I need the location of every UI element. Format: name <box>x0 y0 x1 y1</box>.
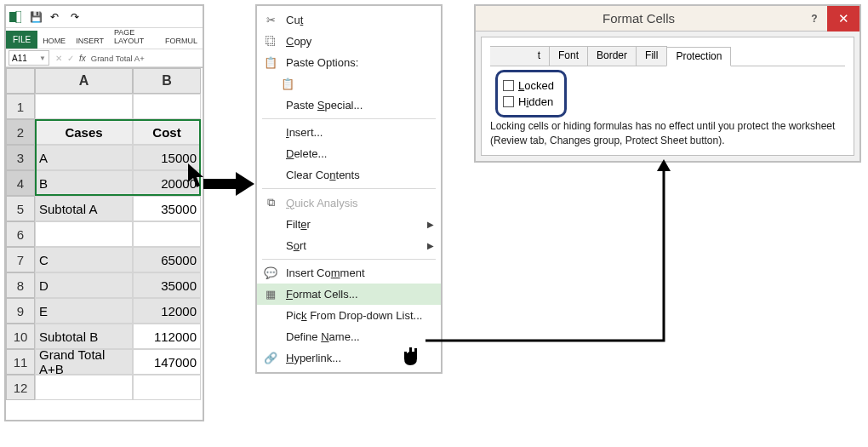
menu-item[interactable]: Delete... <box>257 143 441 164</box>
menu-item[interactable]: 📋 <box>257 73 441 95</box>
checkbox-hidden-label: Hidden <box>518 95 553 108</box>
row-header[interactable]: 8 <box>6 272 35 298</box>
menu-item-label: Filter <box>286 218 434 231</box>
row-header[interactable]: 9 <box>6 298 35 324</box>
cell[interactable]: 147000 <box>133 349 201 375</box>
tab-insert[interactable]: INSERT <box>71 33 109 49</box>
menu-item[interactable]: Paste Special... <box>257 95 441 116</box>
tab-protection[interactable]: Protection <box>666 47 731 66</box>
menu-item-label: Sort <box>286 239 434 252</box>
checkbox-hidden[interactable] <box>503 96 514 107</box>
menu-item: ⧉Quick Analysis <box>257 192 441 214</box>
cell[interactable]: Grand Total A+B <box>35 349 133 375</box>
menu-item[interactable]: Insert... <box>257 122 441 143</box>
menu-item-label: Cut <box>286 14 434 26</box>
cell[interactable]: Cases <box>35 119 133 145</box>
row-header[interactable]: 11 <box>6 349 35 375</box>
tab-border[interactable]: Border <box>587 46 637 66</box>
format-cells-dialog: Format Cells ? ✕ t Font Border Fill Prot… <box>474 4 861 163</box>
menu-item-label: Delete... <box>286 147 434 160</box>
menu-item[interactable]: ▦Format Cells... <box>257 284 441 305</box>
row-header[interactable]: 3 <box>6 145 35 170</box>
row-header[interactable]: 7 <box>6 247 35 272</box>
menu-item-label: Format Cells... <box>286 288 434 301</box>
save-icon[interactable]: 💾 <box>30 11 42 23</box>
excel-icon <box>9 11 21 23</box>
row-header[interactable]: 5 <box>6 196 35 221</box>
tab-home[interactable]: HOME <box>37 33 71 49</box>
cell[interactable]: D <box>35 272 133 298</box>
menu-item-label: Paste Options: <box>286 56 434 69</box>
tab-file[interactable]: FILE <box>6 31 37 49</box>
undo-icon[interactable]: ↶ <box>50 11 62 23</box>
checkbox-locked-label: Locked <box>518 79 554 92</box>
menu-item[interactable]: Clear Contents <box>257 164 441 186</box>
menu-separator <box>262 118 436 119</box>
cell[interactable]: C <box>35 247 133 272</box>
checkbox-hidden-row[interactable]: Hidden <box>503 94 554 110</box>
menu-item[interactable]: Sort▶ <box>257 235 441 256</box>
ribbon-tabs: FILE HOME INSERT PAGE LAYOUT FORMUL <box>6 28 203 49</box>
formula-input[interactable]: Grand Total A+ <box>89 54 145 63</box>
menu-item-label: Quick Analysis <box>286 197 434 209</box>
cell[interactable] <box>133 375 201 400</box>
svg-rect-1 <box>16 11 21 23</box>
cell[interactable]: 12000 <box>133 298 201 324</box>
dialog-titlebar: Format Cells ? ✕ <box>476 6 859 32</box>
menu-item-label: Copy <box>286 35 434 48</box>
tab-formulas[interactable]: FORMUL <box>160 33 203 49</box>
click-cursor-icon <box>398 340 424 376</box>
menu-item[interactable]: 📋Paste Options: <box>257 52 441 73</box>
cancel-icon[interactable]: ✕ <box>55 54 62 63</box>
tab-fill[interactable]: Fill <box>636 46 667 66</box>
close-button[interactable]: ✕ <box>827 6 859 32</box>
spreadsheet-grid[interactable]: A B 12CasesCost3A150004B200005Subtotal A… <box>6 67 203 420</box>
row-header[interactable]: 6 <box>6 221 35 247</box>
menu-item-icon: 🔗 <box>262 352 279 364</box>
cell[interactable] <box>35 94 133 119</box>
menu-item[interactable]: 💬Insert Comment <box>257 262 441 284</box>
fx-icon[interactable]: fx <box>79 54 86 63</box>
cell[interactable]: 112000 <box>133 324 201 349</box>
menu-item[interactable]: Pick From Drop-down List... <box>257 305 441 326</box>
row-header[interactable]: 10 <box>6 324 35 349</box>
cell[interactable] <box>133 221 201 247</box>
row-header[interactable]: 1 <box>6 94 35 119</box>
redo-icon[interactable]: ↷ <box>71 11 83 23</box>
col-header-b[interactable]: B <box>133 68 201 94</box>
cell[interactable]: 35000 <box>133 196 201 221</box>
cell[interactable]: E <box>35 298 133 324</box>
context-menu: ✂Cut⿻Copy📋Paste Options:📋Paste Special..… <box>255 4 443 374</box>
select-all-corner[interactable] <box>6 68 35 94</box>
help-button[interactable]: ? <box>802 13 827 25</box>
row-header[interactable]: 4 <box>6 170 35 196</box>
tab-font[interactable]: Font <box>549 46 588 66</box>
menu-item[interactable]: ✂Cut <box>257 9 441 31</box>
name-box[interactable]: A11 ▼ <box>9 50 49 66</box>
cell[interactable]: B <box>35 170 133 196</box>
col-header-a[interactable]: A <box>35 68 133 94</box>
cell[interactable]: 65000 <box>133 247 201 272</box>
arrow-to-dialog <box>425 158 681 356</box>
arrow-to-context-menu <box>203 174 254 194</box>
tab-number-cut[interactable]: t <box>490 46 550 66</box>
cell[interactable] <box>35 375 133 400</box>
check-icon[interactable]: ✓ <box>67 54 74 63</box>
checkbox-locked[interactable] <box>503 80 514 91</box>
cell[interactable]: 35000 <box>133 272 201 298</box>
menu-item[interactable]: ⿻Copy <box>257 31 441 52</box>
menu-item-icon: 💬 <box>262 266 279 279</box>
cell[interactable]: Cost <box>133 119 201 145</box>
cell[interactable]: Subtotal A <box>35 196 133 221</box>
cell[interactable] <box>35 221 133 247</box>
checkbox-locked-row[interactable]: Locked <box>503 77 554 94</box>
cell[interactable]: Subtotal B <box>35 324 133 349</box>
row-header[interactable]: 2 <box>6 119 35 145</box>
cell[interactable]: A <box>35 145 133 170</box>
menu-item-icon: ▦ <box>262 288 279 301</box>
name-box-value: A11 <box>12 54 27 63</box>
tab-page-layout[interactable]: PAGE LAYOUT <box>109 25 160 49</box>
cell[interactable] <box>133 94 201 119</box>
menu-item[interactable]: Filter▶ <box>257 214 441 235</box>
row-header[interactable]: 12 <box>6 375 35 400</box>
